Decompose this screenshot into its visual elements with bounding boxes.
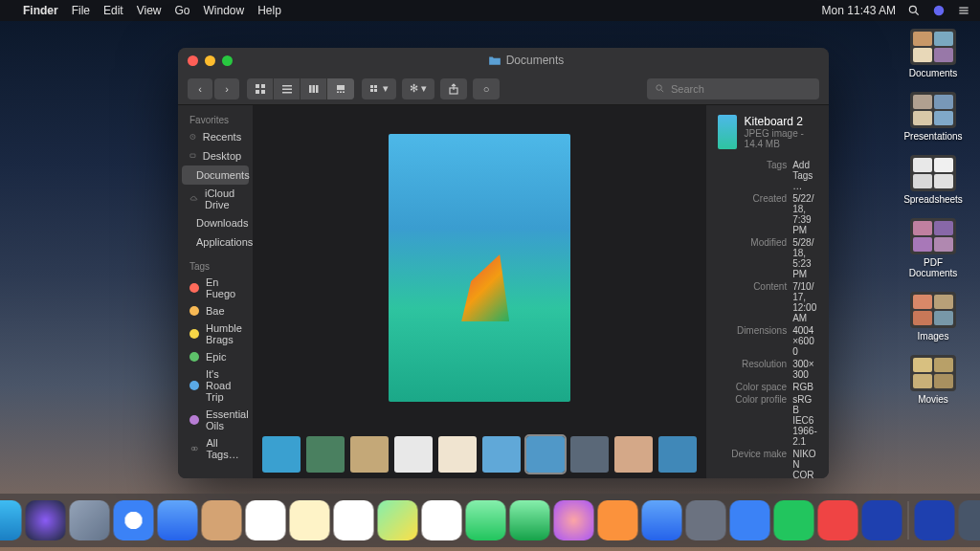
- thumbnail-5[interactable]: [482, 436, 521, 473]
- thumbnail-2[interactable]: [350, 436, 389, 473]
- svg-point-2: [934, 6, 945, 16]
- svg-rect-18: [340, 91, 342, 93]
- desktop-folder-documents[interactable]: Documents: [900, 29, 967, 78]
- share-button[interactable]: [440, 78, 467, 99]
- desktop-folder-movies[interactable]: Movies: [900, 355, 967, 405]
- tags-button[interactable]: ○: [473, 78, 500, 99]
- desktop-icons: Documents Presentations Spreadsheets PDF…: [900, 29, 967, 405]
- sidebar-tag-2[interactable]: Humble Brags: [178, 320, 253, 348]
- sidebar-tag-5[interactable]: Essential Oils: [178, 406, 253, 434]
- titlebar[interactable]: Documents: [178, 48, 829, 73]
- svg-rect-23: [374, 89, 377, 92]
- menu-window[interactable]: Window: [204, 4, 245, 17]
- sidebar-tag-1[interactable]: Bae: [178, 302, 253, 320]
- gallery-view-button[interactable]: [327, 78, 354, 99]
- thumbnail-0[interactable]: [262, 436, 301, 473]
- back-button[interactable]: ‹: [188, 78, 212, 99]
- svg-rect-15: [316, 85, 319, 93]
- sidebar-item-icloud[interactable]: iCloud Drive: [178, 185, 253, 213]
- menu-view[interactable]: View: [137, 4, 162, 17]
- maximize-button[interactable]: [222, 55, 233, 66]
- thumbnail-3[interactable]: [394, 436, 433, 473]
- menu-go[interactable]: Go: [175, 4, 190, 17]
- desktop-folder-pdf[interactable]: PDF Documents: [900, 218, 967, 278]
- thumbnail-6[interactable]: [526, 436, 565, 473]
- svg-rect-13: [309, 85, 312, 93]
- sidebar-tag-0[interactable]: En Fuego: [178, 274, 253, 302]
- dock-mail[interactable]: [158, 500, 198, 540]
- dock-xcode[interactable]: [862, 500, 902, 540]
- dock-finder[interactable]: [0, 500, 22, 540]
- thumbnail-4[interactable]: [438, 436, 477, 473]
- desktop-folder-spreadsheets[interactable]: Spreadsheets: [900, 155, 967, 205]
- dock-contacts[interactable]: [202, 500, 242, 540]
- thumbnail-7[interactable]: [570, 436, 609, 473]
- app-name[interactable]: Finder: [23, 4, 58, 17]
- desktop-folder-images[interactable]: Images: [900, 292, 967, 342]
- sidebar-all-tags[interactable]: All Tags…: [178, 434, 253, 463]
- info-filename: Kiteboard 2: [745, 115, 817, 128]
- dock-trash[interactable]: [959, 500, 981, 540]
- spotlight-icon[interactable]: [907, 4, 921, 17]
- dock-keynote[interactable]: [730, 500, 770, 540]
- sidebar-item-recents[interactable]: Recents: [178, 127, 253, 146]
- menu-file[interactable]: File: [72, 4, 90, 17]
- dock-calendar[interactable]: [246, 500, 286, 540]
- svg-rect-11: [282, 88, 292, 90]
- svg-line-1: [916, 12, 919, 15]
- thumbnail-1[interactable]: [306, 436, 345, 473]
- minimize-button[interactable]: [205, 55, 215, 66]
- dock-reminders[interactable]: [334, 500, 374, 540]
- column-view-button[interactable]: [301, 78, 327, 99]
- siri-icon[interactable]: [932, 4, 946, 17]
- notification-icon[interactable]: [957, 4, 970, 17]
- search-field[interactable]: Search: [647, 78, 819, 99]
- sidebar-tag-3[interactable]: Epic: [178, 348, 253, 365]
- clock[interactable]: Mon 11:43 AM: [822, 4, 896, 17]
- icon-view-button[interactable]: [247, 78, 274, 99]
- info-row-7: Color profilesRGB IEC61966-2.1: [718, 393, 817, 448]
- svg-rect-7: [261, 84, 265, 88]
- dock-launchpad[interactable]: [70, 500, 110, 540]
- dock-ibooks[interactable]: [598, 500, 638, 540]
- dock-maps[interactable]: [378, 500, 418, 540]
- traffic-lights: [188, 55, 233, 66]
- finder-window: Documents ‹ › ▾ ✻ ▾ ○ Search Favorites R…: [178, 48, 829, 478]
- desktop-folder-presentations[interactable]: Presentations: [900, 92, 967, 142]
- sidebar-item-documents[interactable]: Documents: [182, 165, 249, 185]
- dock-photos[interactable]: [422, 500, 462, 540]
- dock-siri[interactable]: [26, 500, 66, 540]
- dock-facetime[interactable]: [510, 500, 550, 540]
- svg-point-31: [194, 447, 197, 450]
- arrange-button[interactable]: ▾: [362, 78, 396, 99]
- list-view-button[interactable]: [274, 78, 301, 99]
- svg-rect-16: [337, 85, 345, 90]
- dock-news[interactable]: [818, 500, 858, 540]
- forward-button[interactable]: ›: [214, 78, 239, 99]
- dock-notes[interactable]: [290, 500, 330, 540]
- close-button[interactable]: [188, 55, 198, 66]
- info-row-1: Created5/22/18, 7:39 PM: [718, 192, 817, 236]
- thumbnail-9[interactable]: [658, 436, 697, 473]
- dock-itunes[interactable]: [554, 500, 594, 540]
- sidebar-item-applications[interactable]: Applications: [178, 232, 253, 252]
- dock-appstore[interactable]: [642, 500, 682, 540]
- sidebar-item-desktop[interactable]: Desktop: [178, 146, 253, 165]
- search-placeholder: Search: [671, 83, 704, 95]
- dock-numbers[interactable]: [774, 500, 814, 540]
- action-button[interactable]: ✻ ▾: [402, 78, 434, 99]
- thumbnail-8[interactable]: [614, 436, 653, 473]
- dock-separator: [908, 501, 909, 540]
- dock-safari[interactable]: [114, 500, 154, 540]
- dock-downloads[interactable]: [915, 500, 955, 540]
- info-row-5: Resolution300×300: [718, 358, 817, 381]
- menu-help[interactable]: Help: [257, 4, 281, 17]
- preview-image[interactable]: [389, 134, 570, 402]
- dock-preferences[interactable]: [686, 500, 726, 540]
- sidebar-tag-4[interactable]: It's Road Trip: [178, 365, 253, 406]
- svg-rect-28: [190, 154, 195, 157]
- dock-messages[interactable]: [466, 500, 506, 540]
- sidebar-item-downloads[interactable]: Downloads: [178, 213, 253, 232]
- svg-rect-17: [337, 91, 339, 93]
- menu-edit[interactable]: Edit: [103, 4, 123, 17]
